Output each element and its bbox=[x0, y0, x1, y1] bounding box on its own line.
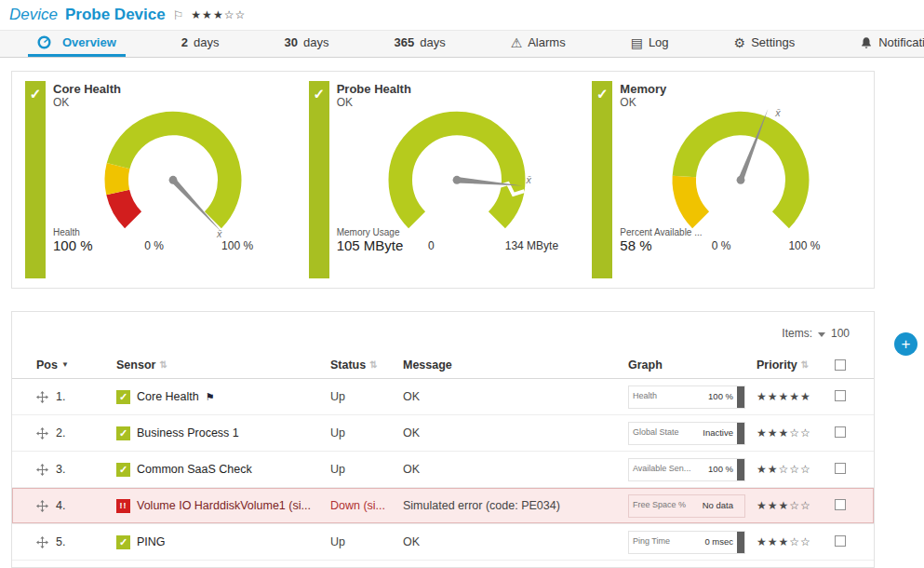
device-type-label: Device bbox=[9, 6, 58, 24]
tab-label: days bbox=[420, 35, 445, 49]
column-header-priority[interactable]: Priority ⇅ bbox=[757, 358, 835, 372]
move-handle-icon[interactable] bbox=[36, 391, 48, 403]
sensor-name[interactable]: Core Health bbox=[137, 390, 199, 403]
scale-min-label: 0 % bbox=[712, 239, 731, 252]
pos-cell: 3. bbox=[36, 463, 116, 476]
priority-stars[interactable]: ★★★★★ bbox=[757, 390, 835, 403]
flag-icon: ⚐ bbox=[173, 8, 184, 22]
gauge-title: Probe Health bbox=[337, 81, 578, 96]
sensor-name[interactable]: PING bbox=[137, 535, 166, 548]
status-ok-bar: ✓ bbox=[592, 81, 612, 278]
column-header-message: Message bbox=[403, 358, 628, 372]
tab-log[interactable]: ▤ Log bbox=[622, 31, 678, 57]
row-checkbox[interactable] bbox=[835, 535, 846, 547]
check-icon: ✓ bbox=[30, 86, 42, 101]
tab-365-days[interactable]: 365 days bbox=[384, 31, 454, 57]
tab-label: Settings bbox=[751, 35, 795, 49]
table-row[interactable]: 5. ✓ PING Up OK Ping Time 0 msec ★★★☆☆ bbox=[12, 524, 874, 561]
status-up-icon: ✓ bbox=[116, 535, 130, 549]
check-icon: ✓ bbox=[596, 86, 609, 101]
mini-graph[interactable]: Global State Inactive bbox=[628, 422, 745, 445]
priority-stars[interactable]: ★★☆☆☆ bbox=[757, 463, 835, 476]
pos-cell: 1. bbox=[36, 390, 116, 403]
select-all-checkbox[interactable] bbox=[835, 359, 846, 371]
bell-icon bbox=[860, 36, 873, 49]
tab-30-days[interactable]: 30 days bbox=[275, 31, 339, 57]
sensor-cell[interactable]: ✓ Core Health ⚑ bbox=[116, 390, 330, 404]
priority-stars[interactable]: ★★★☆☆ bbox=[757, 499, 835, 512]
move-handle-icon[interactable] bbox=[36, 536, 48, 548]
gauge-reading: Health 100 % bbox=[53, 227, 294, 253]
gauge-dial: x̄ bbox=[366, 96, 548, 242]
gauge-title: Core Health bbox=[53, 81, 294, 96]
sensor-cell[interactable]: ✓ Business Process 1 bbox=[116, 426, 330, 440]
table-row[interactable]: 1. ✓ Core Health ⚑ Up OK Health 100 % ★★… bbox=[12, 379, 874, 415]
tab-overview[interactable]: Overview bbox=[28, 31, 126, 57]
scale-min-label: 0 % bbox=[144, 239, 164, 252]
gear-icon: ⚙ bbox=[734, 36, 746, 49]
column-header-pos[interactable]: Pos ▼ bbox=[36, 358, 116, 372]
column-header-sensor[interactable]: Sensor ⇅ bbox=[116, 358, 330, 372]
priority-stars[interactable]: ★★★☆☆ bbox=[757, 426, 835, 440]
tab-2-days[interactable]: 2 days bbox=[172, 31, 229, 57]
row-checkbox[interactable] bbox=[835, 390, 846, 401]
move-handle-icon[interactable] bbox=[36, 427, 48, 440]
gauge-probe-health: ✓ Probe Health OK x̄ Memory Usage 105 MB… bbox=[309, 81, 578, 278]
gauge-reading: Percent Available ... 58 % bbox=[620, 227, 861, 253]
message-cell: OK bbox=[403, 463, 628, 476]
tab-notifications[interactable]: Notifications bbox=[850, 31, 924, 57]
status-ok-bar: ✓ bbox=[309, 81, 329, 278]
items-per-page-dropdown[interactable]: Items: 100 bbox=[12, 312, 874, 351]
move-handle-icon[interactable] bbox=[36, 500, 48, 512]
move-handle-icon[interactable] bbox=[36, 464, 48, 476]
mini-graph[interactable]: Free Space % No data bbox=[628, 494, 745, 518]
scale-max-label: 100 % bbox=[221, 239, 253, 252]
add-button[interactable]: + bbox=[894, 332, 917, 356]
status-up-icon: ✓ bbox=[116, 390, 130, 404]
scale-max-label: 100 % bbox=[788, 239, 820, 252]
row-checkbox[interactable] bbox=[835, 463, 846, 474]
gauge-title: Memory bbox=[620, 81, 861, 96]
sensor-name[interactable]: Business Process 1 bbox=[137, 426, 239, 440]
row-checkbox[interactable] bbox=[835, 426, 846, 438]
table-header-row: Pos ▼ Sensor ⇅ Status ⇅ Message Graph Pr… bbox=[12, 351, 874, 379]
column-header-status[interactable]: Status ⇅ bbox=[330, 358, 403, 372]
mini-graph[interactable]: Available Sen... 100 % bbox=[628, 458, 745, 481]
status-cell: Up bbox=[330, 463, 403, 476]
gauges-panel: ✓ Core Health OK x̄ Health 100 % 0 % 100… bbox=[11, 71, 875, 289]
table-row[interactable]: 2. ✓ Business Process 1 Up OK Global Sta… bbox=[12, 415, 874, 452]
graph-band bbox=[737, 386, 744, 408]
message-cell: OK bbox=[403, 426, 628, 440]
items-count: 100 bbox=[831, 327, 850, 340]
tab-alarms[interactable]: ⚠ Alarms bbox=[502, 31, 575, 57]
tab-label: Log bbox=[649, 35, 669, 49]
gauge-memory: ✓ Memory OK x̄ Percent Available ... 58 … bbox=[592, 81, 861, 278]
table-row[interactable]: 3. ✓ Common SaaS Check Up OK Available S… bbox=[12, 452, 874, 488]
mini-graph[interactable]: Ping Time 0 msec bbox=[628, 531, 745, 554]
sensor-cell[interactable]: ✓ PING bbox=[116, 535, 330, 549]
priority-stars[interactable]: ★★★☆☆ bbox=[757, 535, 835, 548]
select-cell bbox=[835, 535, 872, 549]
status-down-icon: !! bbox=[116, 499, 130, 513]
sensor-name[interactable]: Common SaaS Check bbox=[137, 463, 252, 476]
sensor-table-card: Items: 100 Pos ▼ Sensor ⇅ Status ⇅ Messa… bbox=[11, 311, 875, 568]
tab-label: Alarms bbox=[528, 35, 565, 49]
device-header: Device Probe Device ⚐ ★★★☆☆ bbox=[0, 0, 924, 30]
tab-settings[interactable]: ⚙ Settings bbox=[725, 31, 805, 57]
flag-icon: ⚑ bbox=[206, 391, 215, 403]
table-row-down[interactable]: 4. !! Volume IO HarddiskVolume1 (si... D… bbox=[12, 488, 874, 524]
log-list-icon: ▤ bbox=[631, 36, 643, 49]
pos-number: 2. bbox=[56, 426, 65, 440]
mini-graph[interactable]: Health 100 % bbox=[628, 385, 745, 409]
select-cell bbox=[835, 499, 872, 513]
message-cell: OK bbox=[403, 390, 628, 403]
select-cell bbox=[835, 463, 872, 477]
status-cell: Up bbox=[330, 535, 403, 548]
row-checkbox[interactable] bbox=[835, 499, 846, 510]
device-priority-stars[interactable]: ★★★☆☆ bbox=[191, 8, 246, 21]
pos-number: 3. bbox=[56, 463, 65, 476]
sensor-cell[interactable]: ✓ Common SaaS Check bbox=[116, 463, 330, 477]
graph-band bbox=[737, 459, 744, 480]
sensor-name[interactable]: Volume IO HarddiskVolume1 (si... bbox=[137, 499, 311, 512]
sensor-cell[interactable]: !! Volume IO HarddiskVolume1 (si... bbox=[116, 499, 330, 513]
